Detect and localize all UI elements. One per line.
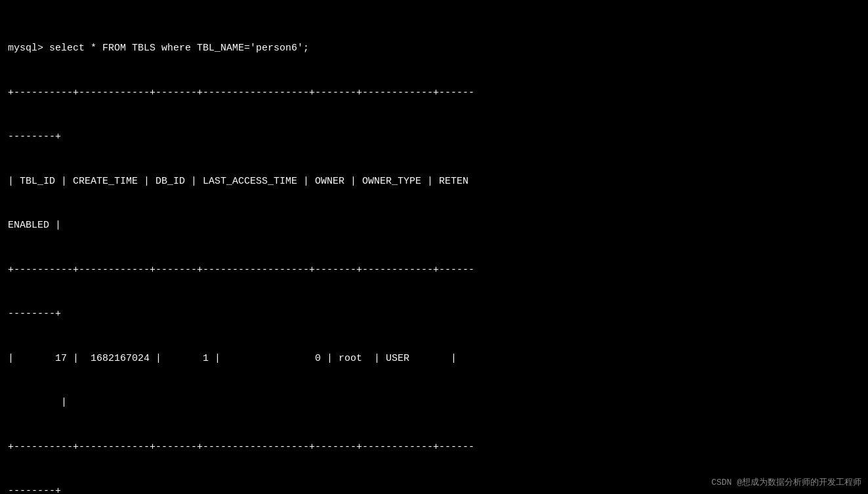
line-6: +----------+------------+-------+-------… <box>8 263 860 278</box>
line-8: | 17 | 1682167024 | 1 | 0 | root | USER … <box>8 352 860 367</box>
watermark-text: CSDN @想成为数据分析师的开发工程师 <box>711 476 861 489</box>
line-3: --------+ <box>8 130 860 145</box>
line-5: ENABLED | <box>8 218 860 234</box>
line-9: | <box>8 396 860 411</box>
line-10: +----------+------------+-------+-------… <box>8 440 860 455</box>
terminal-output: mysql> select * FROM TBLS where TBL_NAME… <box>0 7 868 494</box>
line-7: --------+ <box>8 307 860 322</box>
line-2: +----------+------------+-------+-------… <box>8 86 860 101</box>
line-4: | TBL_ID | CREATE_TIME | DB_ID | LAST_AC… <box>8 175 860 190</box>
line-1: mysql> select * FROM TBLS where TBL_NAME… <box>8 41 860 56</box>
